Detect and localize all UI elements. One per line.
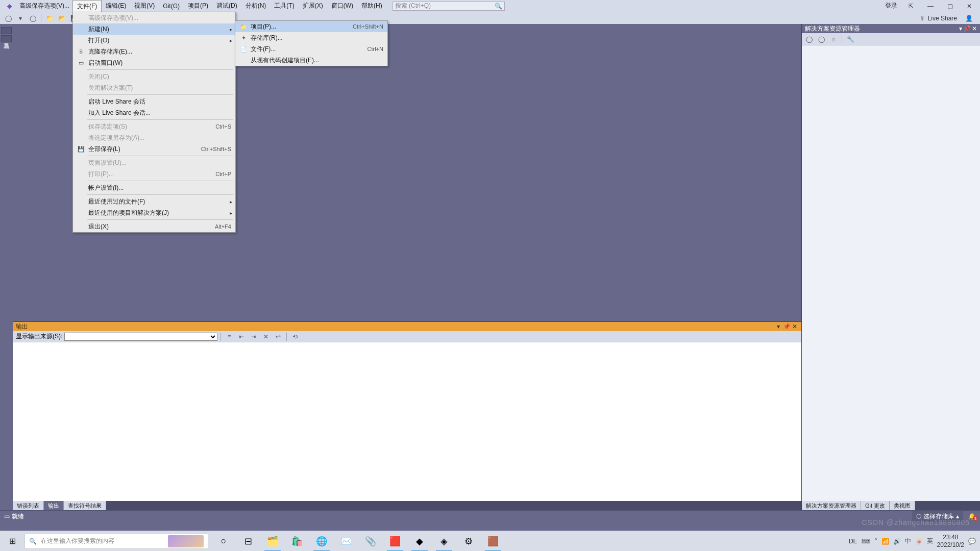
menu-item[interactable]: 新建(N)▸: [73, 23, 235, 35]
office-icon[interactable]: 📎: [358, 531, 383, 551]
output-source-select[interactable]: [64, 333, 217, 341]
menu-视图(V)[interactable]: 视图(V): [130, 0, 159, 12]
submenu-item[interactable]: ✦存储库(R)...: [235, 32, 387, 43]
tray-keyboard-icon[interactable]: ⌨: [862, 538, 870, 545]
feedback-icon[interactable]: 👤: [965, 15, 973, 22]
menu-帮助(H)[interactable]: 帮助(H): [357, 0, 386, 12]
maximize-button[interactable]: ▢: [941, 1, 959, 11]
start-button[interactable]: ⊞: [0, 531, 24, 551]
menu-分析(N)[interactable]: 分析(N): [241, 0, 271, 12]
store-icon[interactable]: 🛍️: [285, 531, 309, 551]
search-icon: 🔍: [495, 3, 502, 10]
output-clear-icon[interactable]: ✕: [261, 332, 271, 342]
menu-工具(T)[interactable]: 工具(T): [270, 0, 298, 12]
tray-clock[interactable]: 23:48 2022/10/2: [937, 534, 964, 548]
output-prev-icon[interactable]: ⇤: [236, 332, 247, 342]
output-tab[interactable]: 错误列表: [13, 501, 44, 510]
submenu-item[interactable]: 📄文件(F)...Ctrl+N: [235, 43, 387, 55]
tray-desktop-icon[interactable]: DE: [849, 538, 857, 545]
se-dropdown-icon[interactable]: ▾: [959, 25, 962, 32]
tray-network-icon[interactable]: 📶: [881, 538, 889, 545]
menu-窗口(W)[interactable]: 窗口(W): [327, 0, 357, 12]
output-close-icon[interactable]: ✕: [791, 323, 798, 330]
nav-back-icon[interactable]: ◯: [3, 13, 13, 23]
solution-explorer-body[interactable]: [802, 45, 980, 501]
output-next-icon[interactable]: ⇥: [249, 332, 259, 342]
rail-tab[interactable]: 服务器资源管理器: [1, 27, 12, 34]
menu-item[interactable]: 退出(X)Alt+F4: [73, 221, 235, 232]
se-close-icon[interactable]: ✕: [972, 25, 977, 32]
menu-item[interactable]: 最近使用的项目和解决方案(J)▸: [73, 207, 235, 218]
solution-tab[interactable]: 类视图: [890, 501, 915, 510]
liveshare-button[interactable]: Live Share: [928, 15, 957, 22]
menu-item[interactable]: 启动 Live Share 会话: [73, 96, 235, 107]
menu-item[interactable]: ▭启动窗口(W): [73, 57, 235, 68]
output-tab[interactable]: 输出: [44, 501, 64, 510]
status-ready-icon: ▭: [4, 513, 10, 520]
new-project-icon[interactable]: 📁: [44, 13, 55, 23]
menu-item[interactable]: 帐户设置(I)...: [73, 182, 235, 193]
taskview-icon[interactable]: ⊟: [236, 531, 260, 551]
tray-notifications-icon[interactable]: 💬: [968, 538, 976, 545]
output-body[interactable]: [13, 342, 801, 501]
output-toggle-icon[interactable]: ⟲: [290, 332, 300, 342]
output-pin-icon[interactable]: 📌: [783, 323, 790, 330]
output-goto-icon[interactable]: ≡: [224, 332, 234, 342]
edge-icon[interactable]: 🌐: [309, 531, 334, 551]
tray-chevron-icon[interactable]: ˄: [874, 538, 877, 545]
login-button[interactable]: 登录: [882, 2, 900, 10]
output-tab[interactable]: 查找符号结果: [64, 501, 106, 510]
menu-项目(P)[interactable]: 项目(P): [184, 0, 212, 12]
nav-forward-icon[interactable]: ◯: [28, 13, 38, 23]
minimize-button[interactable]: —: [922, 1, 939, 11]
solution-explorer-titlebar[interactable]: 解决方案资源管理器 ▾ 📌 ✕: [802, 24, 980, 33]
tray-ime2[interactable]: 英: [927, 537, 933, 545]
menu-item[interactable]: 加入 Live Share 会话...: [73, 107, 235, 118]
se-properties-icon[interactable]: 🔧: [845, 34, 855, 44]
menu-扩展(X)[interactable]: 扩展(X): [299, 0, 327, 12]
tray-ime1[interactable]: 中: [905, 537, 911, 545]
tray-ime-icon[interactable]: 🀄: [915, 538, 923, 545]
cortana-icon[interactable]: ○: [211, 531, 236, 551]
app2-icon[interactable]: 🟫: [481, 531, 505, 551]
output-titlebar[interactable]: 输出 ▾ 📌 ✕: [13, 322, 801, 331]
menu-文件(F)[interactable]: 文件(F): [72, 0, 102, 12]
menu-item[interactable]: ⎘克隆存储库(E)...: [73, 46, 235, 57]
tray-volume-icon[interactable]: 🔊: [893, 538, 901, 545]
taskbar-search[interactable]: 🔍 在这里输入你要搜索的内容: [24, 534, 208, 549]
output-wrap-icon[interactable]: ↩: [273, 332, 283, 342]
new-submenu: 📁项目(P)...Ctrl+Shift+N✦存储库(R)...📄文件(F)...…: [235, 20, 388, 66]
menu-Git(G)[interactable]: Git(G): [159, 0, 184, 12]
vs-logo-icon: ◈: [5, 2, 13, 10]
se-back-icon[interactable]: ◯: [804, 34, 814, 44]
left-rail: 服务器资源管理器工具箱: [0, 24, 13, 510]
se-home-icon[interactable]: ⌂: [828, 34, 839, 44]
window-title: 高级保存选项(V)...: [16, 2, 72, 10]
wps-icon[interactable]: 🟥: [383, 531, 407, 551]
menu-item[interactable]: 最近使用过的文件(F)▸: [73, 196, 235, 207]
steam-icon[interactable]: ⚙: [456, 531, 481, 551]
visualstudio-icon[interactable]: ◈: [432, 531, 456, 551]
app-icon[interactable]: ◆: [407, 531, 432, 551]
se-forward-icon[interactable]: ◯: [816, 34, 826, 44]
solution-tab[interactable]: Git 更改: [861, 501, 890, 510]
rail-tab[interactable]: 工具箱: [1, 35, 12, 42]
menu-item[interactable]: 💾全部保存(L)Ctrl+Shift+S: [73, 143, 235, 155]
close-button[interactable]: ✕: [961, 1, 978, 11]
nav-dropdown-icon[interactable]: ▾: [15, 13, 26, 23]
submenu-item[interactable]: 📁项目(P)...Ctrl+Shift+N: [235, 21, 387, 32]
se-pin-icon[interactable]: 📌: [963, 25, 971, 32]
mail-icon[interactable]: ✉️: [334, 531, 358, 551]
menu-item: 页面设置(U)...: [73, 157, 235, 168]
submenu-item[interactable]: 从现有代码创建项目(E)...: [235, 55, 387, 66]
output-dropdown-icon[interactable]: ▾: [775, 323, 782, 330]
search-input[interactable]: 搜索 (Ctrl+Q) 🔍: [393, 2, 505, 11]
login-icon[interactable]: ⇱: [902, 1, 920, 11]
menu-调试(D)[interactable]: 调试(D): [212, 0, 241, 12]
file-menu-dropdown: 高级保存选项(V)...新建(N)▸打开(O)▸⎘克隆存储库(E)...▭启动窗…: [72, 12, 236, 233]
menu-item[interactable]: 打开(O)▸: [73, 35, 235, 46]
open-icon[interactable]: 📂: [57, 13, 67, 23]
menu-编辑(E)[interactable]: 编辑(E): [102, 0, 130, 12]
solution-tab[interactable]: 解决方案资源管理器: [802, 501, 861, 510]
explorer-icon[interactable]: 🗂️: [260, 531, 285, 551]
